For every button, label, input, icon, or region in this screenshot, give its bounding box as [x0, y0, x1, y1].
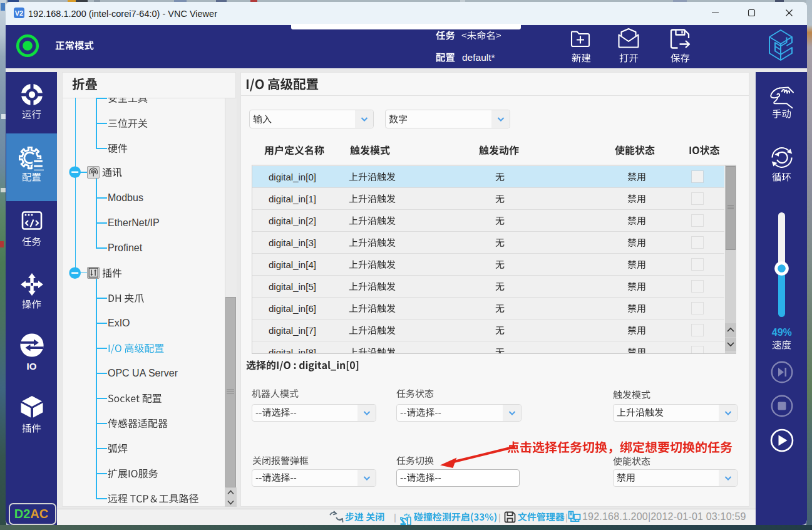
svg-text:V2: V2: [15, 9, 23, 17]
